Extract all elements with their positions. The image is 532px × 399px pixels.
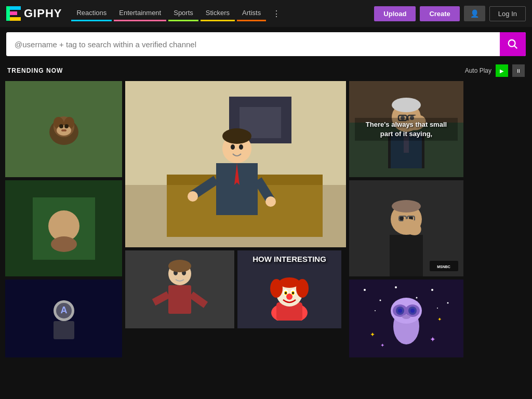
nav-reactions[interactable]: Reactions xyxy=(71,6,112,21)
header: GIPHY Reactions Entertainment Sports Sti… xyxy=(0,0,532,27)
svg-point-18 xyxy=(51,236,77,252)
svg-rect-78 xyxy=(390,235,423,276)
logo-text: GIPHY xyxy=(24,7,62,20)
trending-header: TRENDING NOW Auto Play ▶ ⏸ xyxy=(0,61,532,81)
create-button[interactable]: Create xyxy=(420,6,459,21)
svg-rect-21 xyxy=(54,321,74,339)
svg-point-12 xyxy=(59,124,63,128)
svg-point-105 xyxy=(402,315,410,319)
autoplay-controls: Auto Play ▶ ⏸ xyxy=(465,64,525,77)
captain-placeholder: A xyxy=(38,292,90,344)
search-input[interactable] xyxy=(6,40,500,49)
user-icon-button[interactable]: 👤 xyxy=(464,6,485,21)
office-placeholder xyxy=(125,81,346,247)
svg-rect-0 xyxy=(6,6,10,21)
svg-point-54 xyxy=(279,277,300,288)
pause-button[interactable]: ⏸ xyxy=(512,64,525,77)
how-interesting-text: HOW INTERESTING xyxy=(252,255,326,263)
svg-point-92 xyxy=(416,297,418,299)
svg-text:MSNBC: MSNBC xyxy=(437,265,450,269)
gif-office[interactable] xyxy=(125,81,346,247)
trending-title: TRENDING NOW xyxy=(7,67,63,74)
gif-column-2: HOW INTERESTING xyxy=(125,81,346,357)
svg-text:✦: ✦ xyxy=(370,331,375,338)
search-bar xyxy=(6,32,526,56)
svg-text:A: A xyxy=(60,305,67,315)
svg-point-93 xyxy=(431,289,433,291)
svg-rect-1 xyxy=(10,6,14,10)
svg-point-91 xyxy=(395,286,397,288)
svg-point-47 xyxy=(168,260,191,272)
monkey-placeholder xyxy=(43,109,85,150)
alien-placeholder: ✦ ✦ ✦ ✦ xyxy=(349,280,463,357)
svg-point-15 xyxy=(63,129,66,131)
gif-alien[interactable]: ✦ ✦ ✦ ✦ xyxy=(349,280,463,357)
svg-text:✦: ✦ xyxy=(430,335,436,343)
main-nav: Reactions Entertainment Sports Stickers … xyxy=(71,6,370,22)
svg-point-5 xyxy=(509,40,515,47)
svg-point-37 xyxy=(231,144,235,150)
svg-point-104 xyxy=(410,309,415,313)
logo-icon xyxy=(6,6,21,21)
svg-point-35 xyxy=(265,196,276,207)
svg-rect-3 xyxy=(10,11,17,15)
gif-column-1: A xyxy=(5,81,122,357)
man2-placeholder: MSNBC xyxy=(349,180,463,276)
svg-line-6 xyxy=(514,46,517,48)
upload-button[interactable]: Upload xyxy=(374,6,416,21)
gif-man1[interactable]: There's always that smallpart of it sayi… xyxy=(349,81,463,177)
there-always-text: There's always that smallpart of it sayi… xyxy=(355,117,458,140)
gif-walking-dead[interactable] xyxy=(125,250,234,328)
svg-point-59 xyxy=(285,292,287,294)
svg-point-39 xyxy=(222,128,251,144)
svg-point-103 xyxy=(398,309,402,313)
svg-rect-42 xyxy=(168,285,191,314)
svg-point-90 xyxy=(380,300,381,301)
svg-point-13 xyxy=(64,124,69,128)
login-button[interactable]: Log In xyxy=(489,6,526,21)
gif-row-bottom: HOW INTERESTING xyxy=(125,250,346,328)
gif-monkey[interactable] xyxy=(5,81,122,177)
svg-point-38 xyxy=(239,144,243,150)
svg-point-72 xyxy=(392,98,421,112)
svg-text:✦: ✦ xyxy=(380,342,384,348)
search-icon xyxy=(507,38,518,50)
walking-dead-placeholder xyxy=(149,256,211,323)
nav-more-icon[interactable]: ⋮ xyxy=(268,6,285,22)
svg-rect-4 xyxy=(10,17,21,21)
logo[interactable]: GIPHY xyxy=(6,6,62,21)
svg-point-82 xyxy=(392,200,421,212)
svg-point-94 xyxy=(447,302,449,304)
svg-point-95 xyxy=(375,310,376,311)
header-actions: Upload Create 👤 Log In xyxy=(374,6,526,21)
search-button[interactable] xyxy=(500,32,526,56)
nav-stickers[interactable]: Stickers xyxy=(201,6,235,21)
gif-captain[interactable]: A xyxy=(5,280,122,357)
play-button[interactable]: ▶ xyxy=(496,64,508,77)
nav-entertainment[interactable]: Entertainment xyxy=(114,6,166,21)
gif-grid: A xyxy=(0,81,532,357)
nav-artists[interactable]: Artists xyxy=(237,6,266,21)
gif-pennywise[interactable]: HOW INTERESTING xyxy=(237,250,341,328)
svg-point-61 xyxy=(286,294,292,300)
autoplay-label: Auto Play xyxy=(465,67,491,74)
svg-point-60 xyxy=(292,292,294,294)
gif-column-3: There's always that smallpart of it sayi… xyxy=(349,81,463,357)
rock-placeholder xyxy=(33,197,95,260)
svg-point-96 xyxy=(437,308,438,309)
svg-rect-2 xyxy=(14,6,21,10)
nav-sports[interactable]: Sports xyxy=(168,6,198,21)
clown-placeholder xyxy=(266,269,313,321)
svg-text:✦: ✦ xyxy=(437,316,442,322)
gif-rock[interactable] xyxy=(5,180,122,276)
svg-point-34 xyxy=(188,191,198,202)
svg-point-89 xyxy=(364,289,366,291)
gif-man2[interactable]: MSNBC xyxy=(349,180,463,276)
